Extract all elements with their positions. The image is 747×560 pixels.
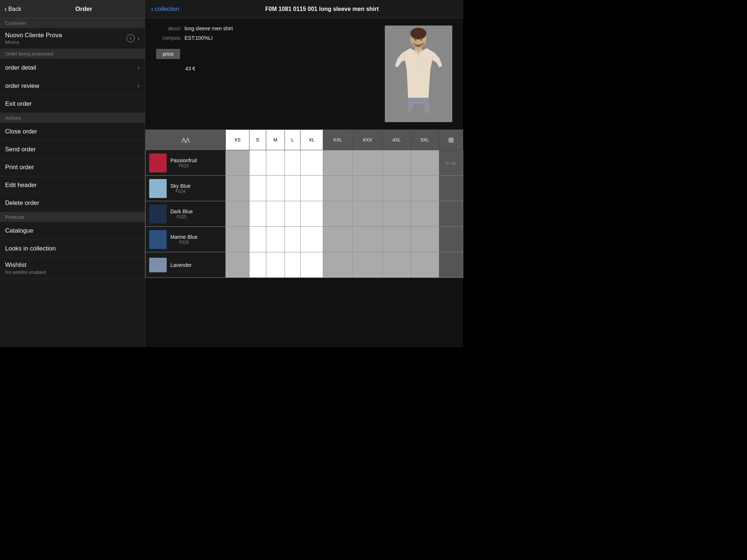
tot-qty-sky-blue — [439, 176, 463, 201]
qty-cell[interactable] — [383, 176, 411, 201]
qty-cell[interactable] — [411, 252, 439, 278]
qty-cell[interactable] — [266, 201, 285, 227]
order-review-label: order review — [5, 82, 39, 90]
swatch-code-marine-blue: F026 — [170, 240, 198, 245]
qty-cell[interactable] — [249, 201, 266, 227]
sidebar-item-order-review[interactable]: order review › — [0, 77, 145, 95]
swatch-name-sky-blue: Sky Blue — [170, 183, 190, 189]
qty-cell[interactable] — [249, 227, 266, 252]
qty-cell[interactable] — [266, 252, 285, 278]
swatch-code-sky-blue: F024 — [170, 189, 190, 194]
qty-cell[interactable] — [226, 150, 249, 176]
qty-cell[interactable] — [285, 227, 300, 252]
sidebar: ‹ Back Order Customer Nuovo Cliente Prov… — [0, 0, 145, 347]
sort-icon: ⋀⋀ — [182, 137, 190, 143]
size-header-xl: XL — [301, 130, 323, 150]
sidebar-item-order-detail[interactable]: order detail › — [0, 59, 145, 77]
delete-order-label: Delete order — [5, 199, 39, 206]
sidebar-item-print-order[interactable]: Print order — [0, 159, 145, 176]
description-row: descr. long sleeve men shirt — [156, 26, 378, 31]
customer-section-label: Customer — [0, 18, 145, 28]
qty-cell[interactable] — [301, 176, 323, 201]
qty-cell[interactable] — [301, 252, 323, 278]
qty-cell[interactable] — [285, 176, 300, 201]
qty-cell[interactable] — [323, 176, 352, 201]
collection-back-button[interactable]: ‹ collection — [151, 5, 179, 13]
grid-toggle-header[interactable]: ⊞ — [439, 130, 463, 150]
qty-cell[interactable] — [285, 252, 300, 278]
sidebar-header: ‹ Back Order — [0, 0, 145, 18]
qty-cell[interactable] — [301, 201, 323, 227]
svg-point-4 — [418, 58, 419, 59]
composition-row: compos. EST:100%LI — [156, 35, 378, 41]
qty-cell[interactable] — [383, 252, 411, 278]
sidebar-item-looks-in-collection[interactable]: Looks in collection — [0, 240, 145, 258]
sidebar-item-delete-order[interactable]: Delete order — [0, 194, 145, 212]
qty-cell[interactable] — [301, 150, 323, 176]
qty-cell[interactable] — [226, 252, 249, 278]
table-row: Marine Blue F026 — [146, 227, 463, 252]
sidebar-item-catalogue[interactable]: Catalogue — [0, 222, 145, 240]
sidebar-item-wishlist[interactable]: Wishlist No wishlist enabled — [0, 258, 145, 279]
qty-cell[interactable] — [249, 252, 266, 278]
sidebar-item-exit-order[interactable]: Exit order — [0, 95, 145, 113]
catalogue-label: Catalogue — [5, 227, 34, 234]
back-chevron-icon: ‹ — [4, 5, 7, 13]
order-detail-label: order detail — [5, 64, 36, 71]
size-grid-container: ⋀⋀ XS S M L XL XXL XXX 4XL 5XL ⊞ — [145, 129, 463, 347]
qty-cell[interactable] — [266, 227, 285, 252]
qty-cell[interactable] — [226, 227, 249, 252]
qty-cell[interactable] — [411, 201, 439, 227]
qty-cell[interactable] — [226, 201, 249, 227]
size-header-xxx: XXX — [352, 130, 383, 150]
qty-cell[interactable] — [352, 176, 383, 201]
product-info: descr. long sleeve men shirt compos. EST… — [145, 18, 463, 129]
qty-cell[interactable] — [323, 252, 352, 278]
wishlist-label: Wishlist — [5, 261, 140, 269]
back-button[interactable]: ‹ Back — [4, 5, 21, 13]
color-swatch-lavender: Lavender — [146, 252, 226, 278]
qty-cell[interactable] — [323, 227, 352, 252]
qty-cell[interactable] — [323, 150, 352, 176]
qty-cell[interactable] — [323, 201, 352, 227]
qty-cell[interactable] — [266, 150, 285, 176]
qty-cell[interactable] — [285, 201, 300, 227]
svg-point-6 — [418, 69, 419, 71]
qty-cell[interactable] — [352, 150, 383, 176]
qty-cell[interactable] — [383, 150, 411, 176]
table-row: Lavender — [146, 252, 463, 278]
qty-cell[interactable] — [383, 201, 411, 227]
svg-point-8 — [420, 38, 422, 41]
qty-cell[interactable] — [352, 201, 383, 227]
size-header-4xl: 4XL — [383, 130, 411, 150]
qty-cell[interactable] — [249, 176, 266, 201]
order-review-chevron-icon: › — [138, 82, 140, 90]
qty-cell[interactable] — [352, 252, 383, 278]
customer-location: Mosca — [5, 39, 62, 45]
size-header-5xl: 5XL — [411, 130, 439, 150]
qty-cell[interactable] — [285, 150, 300, 176]
size-header-s: S — [249, 130, 266, 150]
qty-cell[interactable] — [301, 227, 323, 252]
qty-cell[interactable] — [352, 227, 383, 252]
qty-cell[interactable] — [266, 176, 285, 201]
tot-qty-marine-blue — [439, 227, 463, 252]
qty-cell[interactable] — [411, 150, 439, 176]
info-icon[interactable]: i — [127, 34, 135, 42]
qty-cell[interactable] — [383, 227, 411, 252]
sidebar-item-edit-header[interactable]: Edit header — [0, 176, 145, 194]
sidebar-item-close-order[interactable]: Close order — [0, 123, 145, 141]
svg-point-2 — [410, 28, 426, 39]
descr-value: long sleeve men shirt — [185, 26, 233, 31]
grid-icon: ⊞ — [448, 136, 454, 144]
customer-block[interactable]: Nuovo Cliente Prova Mosca i › — [0, 28, 145, 49]
qty-cell[interactable] — [411, 227, 439, 252]
tot-qty-label: tot.qty — [445, 161, 456, 165]
send-order-label: Send order — [5, 146, 36, 153]
sort-header-cell[interactable]: ⋀⋀ — [146, 130, 226, 150]
qty-cell[interactable] — [249, 150, 266, 176]
customer-chevron-icon: › — [138, 35, 140, 42]
qty-cell[interactable] — [411, 176, 439, 201]
sidebar-item-send-order[interactable]: Send order — [0, 141, 145, 159]
qty-cell[interactable] — [226, 176, 249, 201]
